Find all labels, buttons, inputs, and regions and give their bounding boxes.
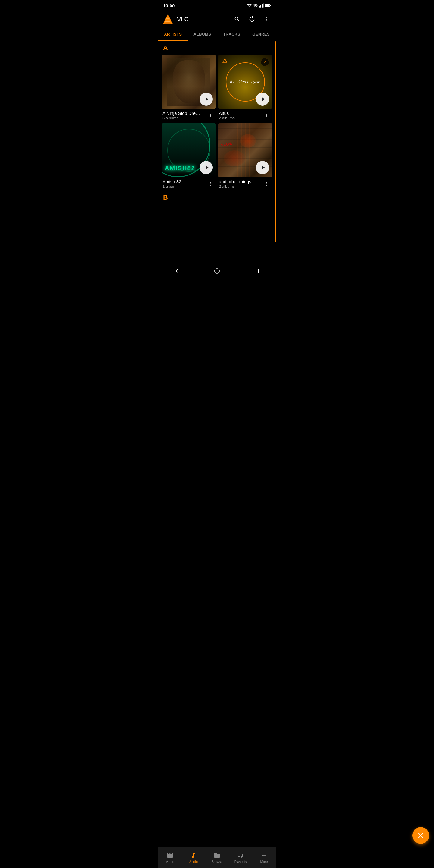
artist-name-ninja: A Ninja Slob Dre… — [162, 111, 206, 116]
nav-playlists-label: Playlists — [235, 860, 247, 864]
svg-rect-6 — [265, 5, 270, 6]
svg-rect-12 — [165, 22, 170, 22]
svg-marker-7 — [163, 14, 173, 24]
network-type: 4G — [253, 3, 258, 7]
more-options-button[interactable] — [260, 13, 272, 25]
search-button[interactable] — [231, 13, 243, 25]
history-button[interactable] — [246, 13, 258, 25]
tab-tracks[interactable]: TRACKS — [217, 28, 247, 41]
artist-name-other: and other things — [219, 179, 262, 184]
playlists-icon — [237, 852, 244, 859]
artist-card-altus[interactable]: 2 the sidereal cycle Altus 2 albums — [218, 55, 272, 121]
app-bar: VLC — [158, 11, 276, 28]
svg-rect-5 — [270, 5, 271, 6]
play-button-other[interactable] — [256, 161, 269, 174]
svg-rect-2 — [261, 4, 262, 7]
nav-playlists[interactable]: Playlists — [229, 847, 252, 868]
svg-rect-8 — [165, 22, 170, 23]
battery-icon — [265, 4, 271, 7]
status-icons: 4G — [247, 3, 271, 7]
artist-info-amish: Amish 82 1 album — [162, 177, 216, 189]
back-button[interactable] — [173, 266, 183, 276]
more-vert-icon — [263, 16, 270, 23]
more-horiz-icon — [260, 852, 268, 859]
artist-name-altus: Altus — [219, 111, 262, 116]
artist-card-ninja[interactable]: A Ninja Slob Dre… 6 albums — [162, 55, 216, 121]
wifi-icon — [247, 4, 252, 7]
svg-rect-10 — [166, 18, 170, 19]
search-icon — [234, 16, 241, 23]
artist-more-ninja[interactable] — [206, 111, 215, 120]
section-header-a: A — [158, 41, 276, 54]
audio-icon — [190, 852, 197, 859]
artists-content: A A Ninja Slob Dre… 6 albums — [158, 41, 276, 242]
scroll-indicator — [275, 41, 276, 242]
play-button-amish[interactable] — [199, 161, 213, 174]
artist-more-other[interactable] — [262, 179, 272, 189]
tabs-bar: ARTISTS ALBUMS TRACKS GENRES — [158, 28, 276, 41]
play-button-altus[interactable] — [256, 93, 269, 106]
nav-more[interactable]: More — [252, 847, 276, 868]
artist-thumbnail-other: SLOW — [218, 123, 272, 177]
svg-rect-3 — [263, 3, 264, 7]
artist-name-amish: Amish 82 — [162, 179, 206, 184]
bottom-navigation: Video Audio Browse Playlists More — [158, 847, 276, 868]
nav-more-label: More — [260, 860, 268, 864]
recents-square-icon — [254, 269, 258, 273]
artist-info-altus: Altus 2 albums — [218, 109, 272, 121]
video-icon — [166, 852, 174, 859]
back-icon — [175, 268, 181, 274]
altus-logo-icon — [222, 58, 228, 64]
browse-icon — [213, 852, 221, 859]
tab-artists[interactable]: ARTISTS — [158, 28, 188, 41]
album-count-badge: 2 — [261, 58, 269, 66]
home-circle-icon — [214, 268, 220, 274]
amish-text-overlay: AMISH82 — [165, 165, 195, 172]
nav-video[interactable]: Video — [158, 847, 182, 868]
app-bar-icons — [231, 13, 272, 25]
artist-info-other: and other things 2 albums — [218, 177, 272, 189]
artist-thumbnail-ninja — [162, 55, 216, 109]
app-logo — [162, 13, 174, 25]
tab-genres[interactable]: GENRES — [247, 28, 276, 41]
svg-rect-11 — [166, 20, 170, 21]
history-icon — [248, 16, 255, 23]
artist-info-ninja: A Ninja Slob Dre… 6 albums — [162, 109, 216, 121]
system-nav-bar — [158, 264, 276, 278]
nav-audio-label: Audio — [189, 860, 198, 864]
artist-albums-other: 2 albums — [219, 184, 262, 189]
play-button-ninja[interactable] — [199, 93, 213, 106]
app-title: VLC — [177, 16, 231, 23]
svg-rect-0 — [259, 6, 260, 7]
nav-browse[interactable]: Browse — [205, 847, 229, 868]
artist-albums-amish: 1 album — [162, 184, 206, 189]
tab-albums[interactable]: ALBUMS — [188, 28, 217, 41]
nav-browse-label: Browse — [212, 860, 223, 864]
artist-thumbnail-altus: 2 the sidereal cycle — [218, 55, 272, 109]
signal-icon — [259, 3, 264, 7]
home-button[interactable] — [212, 266, 222, 276]
artist-thumbnail-amish: AMISH82 — [162, 123, 216, 177]
status-time: 10:00 — [163, 3, 175, 8]
artists-grid: A Ninja Slob Dre… 6 albums — [158, 54, 276, 190]
artist-card-other[interactable]: SLOW and other things 2 albums — [218, 123, 272, 189]
artist-albums-altus: 2 albums — [219, 116, 262, 120]
svg-rect-1 — [260, 5, 261, 7]
artist-card-amish[interactable]: AMISH82 Amish 82 1 album — [162, 123, 216, 189]
svg-marker-15 — [176, 269, 180, 273]
section-header-b: B — [158, 190, 276, 203]
artist-albums-ninja: 6 albums — [162, 116, 206, 120]
nav-video-label: Video — [166, 860, 174, 864]
nav-audio[interactable]: Audio — [182, 847, 205, 868]
recents-button[interactable] — [251, 266, 261, 276]
artist-more-altus[interactable] — [262, 111, 272, 120]
artist-more-amish[interactable] — [206, 179, 215, 189]
svg-rect-9 — [164, 24, 172, 24]
status-bar: 10:00 4G — [158, 0, 276, 11]
